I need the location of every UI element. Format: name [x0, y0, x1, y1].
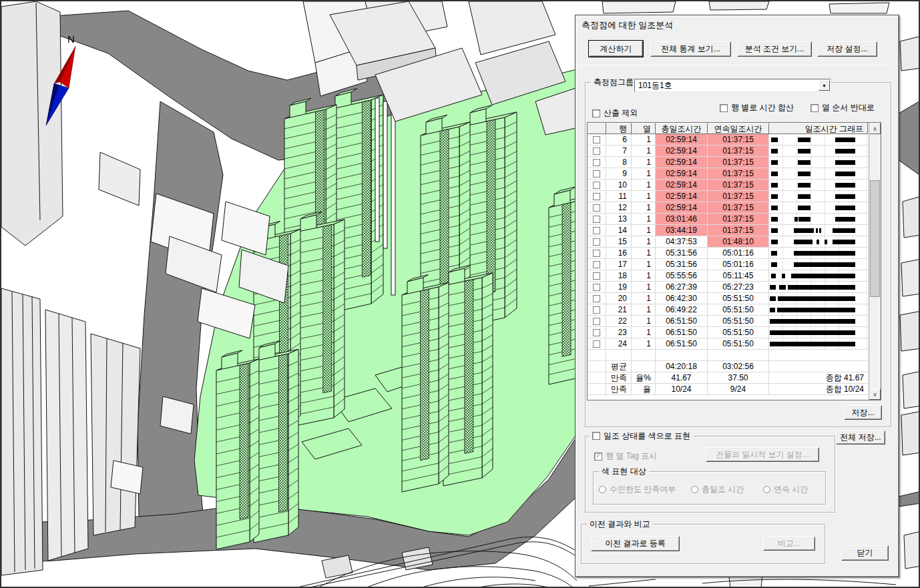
table-row[interactable]: 20106:42:3005:51:50 [588, 293, 869, 304]
row-checkbox[interactable] [593, 227, 600, 234]
sunlight-graph-cell [769, 225, 868, 236]
row-checkbox[interactable] [593, 261, 600, 268]
header-graph-col: 일조시간 그래프 [769, 123, 868, 134]
compare-button[interactable]: 비교... [763, 537, 815, 551]
sum-by-row-checkbox-box[interactable] [720, 104, 728, 112]
sum-by-row-checkbox[interactable]: 행 별로 시간 합산 [720, 102, 794, 113]
combobox-dropdown-icon[interactable]: ▼ [819, 80, 830, 91]
radio-tolerance-circle[interactable] [599, 486, 606, 493]
sunlight-graph-cell [769, 282, 868, 293]
row-checkbox[interactable] [593, 306, 600, 314]
table-row[interactable]: 14103:44:1901:37:15 [588, 225, 869, 236]
table-row[interactable]: 7102:59:1401:37:15 [588, 145, 869, 157]
table-row[interactable]: 13103:01:4601:37:15 [588, 214, 869, 225]
row-checkbox[interactable] [593, 284, 600, 291]
row-checkbox-cell [588, 191, 606, 202]
row-checkbox[interactable] [593, 159, 600, 166]
sunlight-graph-cell [769, 134, 868, 145]
table-row[interactable]: 18105:55:5605:11:45 [588, 270, 869, 282]
radio-total-time-circle[interactable] [691, 486, 698, 493]
continuous-sunlight-cell: 05:51:50 [708, 304, 769, 316]
empty-cell [656, 350, 708, 361]
radio-total-time[interactable]: 총일조 시간 [691, 484, 744, 495]
table-summary-row: 만족율10/249/24종합 10/24 [588, 384, 869, 395]
scroll-down-icon[interactable]: ∨ [869, 388, 881, 400]
table-row[interactable]: 21106:49:2205:51:50 [588, 304, 869, 316]
table-row[interactable]: 24106:51:5005:51:50 [588, 338, 869, 350]
sunlight-interval-bar [833, 228, 855, 233]
table-row[interactable]: 9102:59:1401:37:15 [588, 168, 869, 180]
exclude-checkbox-box[interactable] [592, 109, 600, 117]
table-row[interactable]: 12102:59:1401:37:15 [588, 202, 869, 214]
calculate-button[interactable]: 계산하기 [589, 41, 643, 57]
measure-group-combobox[interactable]: 101동1호 ▼ [634, 79, 831, 92]
table-row[interactable]: 10102:59:1401:37:15 [588, 180, 869, 191]
sunlight-graph-cell [769, 191, 868, 202]
register-previous-button[interactable]: 이전 결과로 등록 [591, 536, 680, 551]
sunlight-interval-bar [770, 296, 776, 301]
sunlight-graph-cell [769, 180, 868, 191]
col-number-cell: 1 [632, 134, 656, 145]
row-checkbox[interactable] [593, 204, 600, 212]
table-summary-row: 평균04:20:1803:02:56 [588, 361, 869, 372]
table-row[interactable]: 23106:51:5005:51:50 [588, 327, 869, 338]
table-row[interactable]: 8102:59:1401:37:15 [588, 157, 869, 168]
measure-group-selected: 101동1호 [635, 80, 819, 91]
radio-continuous-time[interactable]: 연속 시간 [763, 484, 808, 495]
row-checkbox[interactable] [593, 182, 600, 189]
table-row[interactable]: 17105:31:5605:01:16 [588, 259, 869, 270]
row-checkbox[interactable] [593, 238, 600, 246]
continuous-sunlight-cell: 05:51:50 [708, 327, 769, 338]
row-checkbox[interactable] [593, 329, 600, 336]
close-button[interactable]: 닫기 [841, 545, 889, 561]
sunlight-interval-bar [771, 183, 778, 188]
color-display-checkbox-box[interactable] [592, 432, 600, 440]
tag-display-checkbox[interactable]: 행 열 Tag 표시 [594, 451, 657, 462]
save-settings-button[interactable]: 저장 설정... [817, 41, 877, 57]
row-checkbox[interactable] [593, 250, 600, 257]
table-row[interactable]: 11102:59:1401:37:15 [588, 191, 869, 202]
row-checkbox[interactable] [593, 193, 600, 200]
color-display-checkbox-label: 일조 상태를 색으로 표현 [604, 431, 690, 440]
row-checkbox[interactable] [593, 318, 600, 325]
radio-continuous-time-circle[interactable] [763, 486, 770, 493]
row-checkbox[interactable] [593, 340, 600, 348]
exclude-checkbox[interactable]: 산출 제외 [592, 107, 638, 119]
row-checkbox-cell [588, 180, 606, 191]
table-row[interactable]: 22106:51:5005:51:50 [588, 316, 869, 327]
view-analysis-conditions-button[interactable]: 분석 조건 보기... [737, 41, 812, 57]
scrollbar-thumb[interactable] [870, 180, 880, 297]
tag-display-checkbox-box[interactable] [594, 453, 602, 461]
row-checkbox[interactable] [593, 216, 600, 223]
row-checkbox[interactable] [593, 148, 600, 155]
continuous-sunlight-cell: 01:48:10 [708, 236, 769, 248]
table-row[interactable]: 6102:59:1401:37:15 [588, 134, 869, 145]
row-checkbox[interactable] [593, 170, 600, 178]
total-sunlight-cell: 02:59:14 [656, 202, 708, 214]
reverse-cols-checkbox-box[interactable] [811, 104, 819, 112]
table-row[interactable]: 16105:31:5605:01:16 [588, 248, 869, 259]
view-all-stats-button[interactable]: 전체 통계 보기... [650, 41, 731, 57]
sunlight-interval-bar [770, 342, 855, 346]
reverse-cols-checkbox[interactable]: 열 순서 반대로 [811, 102, 875, 113]
save-button[interactable]: 저장... [844, 405, 882, 420]
row-checkbox[interactable] [593, 295, 600, 302]
save-all-button[interactable]: 전체 저장... [836, 430, 885, 445]
table-row[interactable]: 19106:27:3905:27:23 [588, 282, 869, 293]
sunlight-interval-bar [816, 228, 818, 233]
sunlight-interval-bar [817, 240, 819, 244]
scroll-up-icon[interactable]: ∧ [869, 123, 881, 134]
table-row[interactable]: 15104:37:5301:48:10 [588, 236, 869, 248]
sunlight-interval-bar [771, 194, 778, 199]
table-scrollbar[interactable]: ∧ ∨ [869, 123, 881, 400]
sunlight-table[interactable]: 행 열 총일조시간 연속일조시간 일조시간 그래프 6102:59:1401:3… [587, 122, 881, 400]
sunlight-graph-cell [769, 214, 868, 225]
row-checkbox[interactable] [593, 136, 600, 143]
color-display-checkbox[interactable]: 일조 상태를 색으로 표현 [590, 431, 693, 440]
radio-tolerance[interactable]: 수인한도 만족여부 [599, 484, 676, 495]
summary-total-cell: 41.67 [656, 372, 708, 384]
col-number-cell: 1 [632, 236, 656, 248]
building-view-settings-button[interactable]: 건물의 일시적 보기 설정... [706, 447, 819, 462]
row-checkbox[interactable] [593, 272, 600, 280]
col-number-cell: 1 [632, 191, 656, 202]
